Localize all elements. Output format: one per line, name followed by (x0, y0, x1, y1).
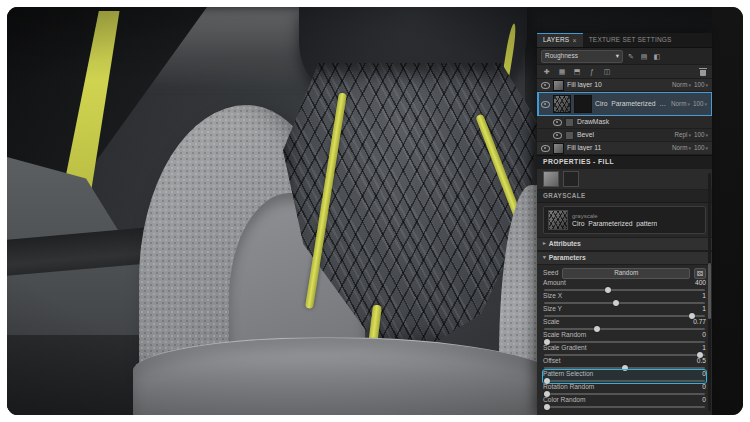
slider-knob[interactable] (544, 404, 550, 410)
tab-texture-set-label: TEXTURE SET SETTINGS (589, 37, 672, 44)
effect-row-bevel[interactable]: Bevel Repl 100 (537, 129, 712, 142)
random-seed-button[interactable]: Random (562, 268, 690, 279)
layers-toolbar: ✚ ▦ ⬒ ƒ ◫ (537, 65, 712, 79)
param-value[interactable]: 1 (702, 293, 706, 300)
tab-layers[interactable]: LAYERS × (537, 33, 583, 47)
add-effect-icon[interactable]: ƒ (587, 67, 597, 77)
attributes-label: Attributes (549, 241, 581, 248)
param-row-offset: Offset0.5 (543, 357, 706, 370)
resource-text: grayscale Ciro_Parameterized_pattern (572, 213, 657, 228)
grayscale-section-label: GRAYSCALE (537, 190, 712, 203)
param-label: Scale Gradient (543, 345, 587, 352)
right-dock-panel: LAYERS × TEXTURE SET SETTINGS Roughness … (537, 33, 712, 415)
add-mask-icon[interactable]: ◫ (602, 67, 612, 77)
param-value[interactable]: 0.5 (697, 358, 706, 365)
tab-texture-set-settings[interactable]: TEXTURE SET SETTINGS (583, 33, 678, 47)
param-value[interactable]: 0 (702, 332, 706, 339)
blend-mode-dropdown[interactable]: Norm (672, 145, 691, 151)
param-label: Seed (543, 270, 558, 277)
param-label: Size X (543, 293, 562, 300)
blend-mode-dropdown[interactable]: Norm (671, 101, 690, 107)
visibility-eye-icon[interactable] (553, 119, 562, 126)
param-slider[interactable] (544, 302, 705, 304)
blend-mode-dropdown[interactable]: Repl (675, 132, 691, 138)
fill-thumbnail (553, 95, 571, 113)
resource-type-label: grayscale (572, 213, 657, 219)
param-value[interactable]: 400 (695, 280, 706, 287)
pencil-icon[interactable]: ✎ (626, 51, 636, 61)
channel-row: Roughness ▾ ✎ ▤ ◧ (537, 48, 712, 65)
param-row-seed: Seed Random ⚄ (543, 267, 706, 279)
material-preview-row (537, 169, 712, 190)
opacity-dropdown[interactable]: 100 (694, 82, 708, 88)
trash-icon[interactable] (699, 68, 707, 76)
param-row-size-y: Size Y1 (543, 305, 706, 318)
param-slider[interactable] (544, 406, 705, 408)
effect-name: Bevel (577, 132, 672, 139)
channel-dropdown[interactable]: Roughness ▾ (541, 50, 623, 63)
app-screenshot: LAYERS × TEXTURE SET SETTINGS Roughness … (7, 7, 743, 415)
param-value[interactable]: 1 (702, 306, 706, 313)
layer-row-ciro-pattern-selected[interactable]: Ciro_Parameterized_p... Norm 100 (537, 92, 712, 116)
add-fill-layer-icon[interactable]: ▦ (557, 67, 567, 77)
visibility-eye-icon[interactable] (553, 132, 562, 139)
param-label: Size Y (543, 306, 562, 313)
param-label: Amount (543, 280, 566, 287)
opacity-dropdown[interactable]: 100 (694, 132, 708, 138)
window-background (712, 7, 743, 415)
param-slider[interactable] (544, 380, 705, 382)
param-slider[interactable] (544, 315, 705, 317)
param-row-scale-random: Scale Random0 (543, 331, 706, 344)
layer-row-fill-10[interactable]: Fill layer 10 Norm 100 (537, 79, 712, 92)
properties-header: PROPERTIES - FILL (537, 155, 712, 169)
param-label: Rotation Random (543, 384, 594, 391)
tri-down-icon: ▾ (543, 255, 546, 261)
opacity-dropdown[interactable]: 100 (693, 101, 707, 107)
layer-row-fill-11[interactable]: Fill layer 11 Norm 100 (537, 142, 712, 155)
param-value[interactable]: 1 (702, 345, 706, 352)
param-value[interactable]: 0 (702, 371, 706, 378)
pattern-thumbnail (548, 210, 568, 230)
close-icon[interactable]: × (572, 37, 576, 44)
dice-icon[interactable]: ⚄ (694, 268, 706, 279)
param-slider[interactable] (544, 341, 705, 343)
param-slider[interactable] (544, 328, 705, 330)
param-slider[interactable] (544, 289, 705, 291)
layer-stack: Fill layer 10 Norm 100 Ciro_Parameterize… (537, 79, 712, 155)
scrollbar-thumb[interactable] (708, 263, 711, 319)
list-icon[interactable]: ▤ (639, 51, 649, 61)
param-slider[interactable] (544, 367, 705, 369)
effect-row-drawmask[interactable]: DrawMask (537, 116, 712, 129)
param-value[interactable]: 0.77 (693, 319, 706, 326)
grayscale-resource-slot[interactable]: grayscale Ciro_Parameterized_pattern (543, 206, 706, 234)
param-row-pattern-selection: Pattern Selection0 (543, 370, 706, 383)
visibility-eye-icon[interactable] (541, 101, 550, 108)
panel-scrollbar[interactable] (708, 173, 711, 411)
visibility-eye-icon[interactable] (541, 82, 550, 89)
effect-name: DrawMask (577, 119, 708, 126)
tab-layers-label: LAYERS (543, 37, 569, 44)
opacity-dropdown[interactable]: 100 (694, 145, 708, 151)
param-slider[interactable] (544, 354, 705, 356)
param-value[interactable]: 0 (702, 384, 706, 391)
mask-view-icon[interactable]: ◧ (652, 51, 662, 61)
param-value[interactable]: 0 (702, 397, 706, 404)
blend-mode-dropdown[interactable]: Norm (672, 82, 691, 88)
param-row-size-x: Size X1 (543, 292, 706, 305)
param-row-scale-gradient: Scale Gradient1 (543, 344, 706, 357)
param-label: Pattern Selection (543, 371, 593, 378)
add-folder-icon[interactable]: ⬒ (572, 67, 582, 77)
add-layer-icon[interactable]: ✚ (542, 67, 552, 77)
attributes-section-header[interactable]: ▸ Attributes (537, 237, 712, 251)
layer-name: Fill layer 10 (567, 82, 669, 89)
param-slider[interactable] (544, 393, 705, 395)
grayscale-preview-thumb[interactable] (543, 171, 559, 187)
paint-effect-icon (565, 118, 574, 127)
empty-preview-thumb[interactable] (563, 171, 579, 187)
parameters-list: Seed Random ⚄ Amount400 Size X1 Size Y1 … (537, 265, 712, 415)
visibility-eye-icon[interactable] (541, 145, 550, 152)
parameters-section-header[interactable]: ▾ Parameters (537, 251, 712, 265)
param-row-scale: Scale0.77 (543, 318, 706, 331)
tri-right-icon: ▸ (543, 241, 546, 247)
param-label: Color Random (543, 397, 586, 404)
